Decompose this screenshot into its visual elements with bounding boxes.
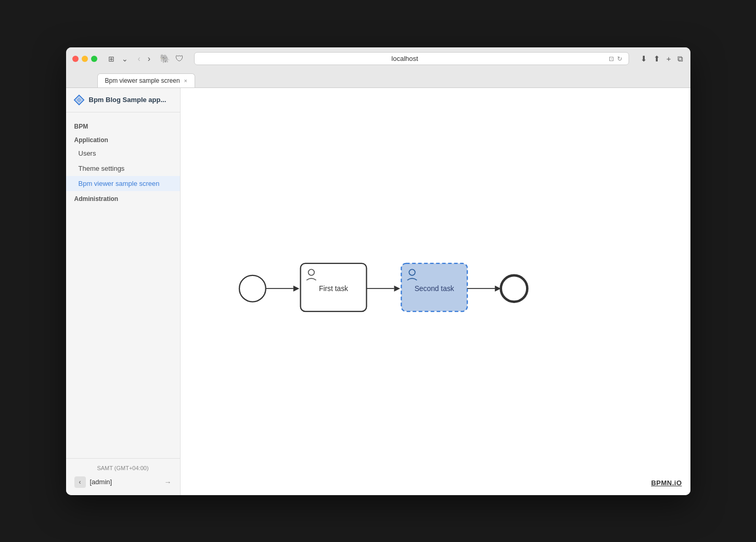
sidebar-header: Bpm Blog Sample app... [66,88,180,112]
sidebar-item-bpm-viewer[interactable]: Bpm viewer sample screen [66,176,180,191]
address-bar[interactable]: localhost ⊡ ↻ [194,52,629,65]
flow-arrowhead-1 [293,285,299,292]
address-icons: ⊡ ↻ [609,55,622,62]
address-text: localhost [201,55,609,62]
app-logo-icon [73,94,85,106]
sidebar-collapse-button[interactable]: ‹ [74,476,86,488]
nav-section-administration: Administration [66,191,180,205]
sidebar-title: Bpm Blog Sample app... [89,96,166,104]
user-row: ‹ [admin] → [72,473,174,491]
reader-icon[interactable]: ⊡ [609,55,614,62]
bpmn-diagram: First task Second task [181,88,690,495]
traffic-lights [72,56,97,62]
browser-window: ⊞ ⌄ ‹ › 🐘 🛡 localhost ⊡ ↻ ⬇ ⬆ + ⧉ [66,47,690,495]
first-task-label: First task [318,284,348,292]
toolbar-right: ⬇ ⬆ + ⧉ [639,53,684,65]
bpmn-canvas: First task Second task [181,88,690,495]
tab-label: Bpm viewer sample screen [105,77,180,84]
bpmn-watermark: BPMN.iO [651,479,682,487]
reload-icon[interactable]: ↻ [617,55,622,62]
forward-button[interactable]: › [145,53,153,65]
shield-icon[interactable]: 🛡 [175,54,184,64]
back-button[interactable]: ‹ [135,53,144,65]
sidebar-item-theme-settings[interactable]: Theme settings [66,161,180,176]
browser-titlebar: ⊞ ⌄ ‹ › 🐘 🛡 localhost ⊡ ↻ ⬇ ⬆ + ⧉ [66,47,690,70]
main-content: First task Second task [181,88,690,495]
flow-arrowhead-2 [394,285,400,292]
user-label: [admin] [90,478,160,486]
timezone-label: SAMT (GMT+04:00) [72,463,174,473]
nav-controls: ‹ › [135,53,154,65]
end-event[interactable] [501,275,527,301]
second-task-label: Second task [414,284,454,292]
active-tab[interactable]: Bpm viewer sample screen × [97,73,196,87]
copy-icon[interactable]: ⧉ [676,53,684,65]
close-traffic-light[interactable] [72,56,79,62]
logout-button[interactable]: → [164,478,172,486]
sidebar-nav: BPM Application Users Theme settings Bpm… [66,112,180,458]
sidebar-toggle-chevron[interactable]: ⌄ [119,54,131,64]
app-layout: Bpm Blog Sample app... BPM Application U… [66,88,690,495]
nav-section-bpm: BPM [66,119,180,132]
window-controls: ⊞ ⌄ [106,54,131,64]
address-bar-container: localhost ⊡ ↻ [194,52,629,65]
evernote-icon[interactable]: 🐘 [160,54,170,64]
tab-close-button[interactable]: × [184,78,187,84]
minimize-traffic-light[interactable] [82,56,88,62]
download-icon[interactable]: ⬇ [639,53,648,65]
sidebar-toggle-btn[interactable]: ⊞ [106,54,117,64]
new-tab-icon[interactable]: + [665,53,672,64]
sidebar-item-users[interactable]: Users [66,146,180,161]
maximize-traffic-light[interactable] [91,56,97,62]
start-event[interactable] [239,275,265,301]
nav-section-application: Application [66,132,180,146]
browser-tabs: Bpm viewer sample screen × [66,70,690,88]
share-icon[interactable]: ⬆ [652,53,661,65]
sidebar-footer: SAMT (GMT+04:00) ‹ [admin] → [66,458,180,495]
sidebar: Bpm Blog Sample app... BPM Application U… [66,88,181,495]
